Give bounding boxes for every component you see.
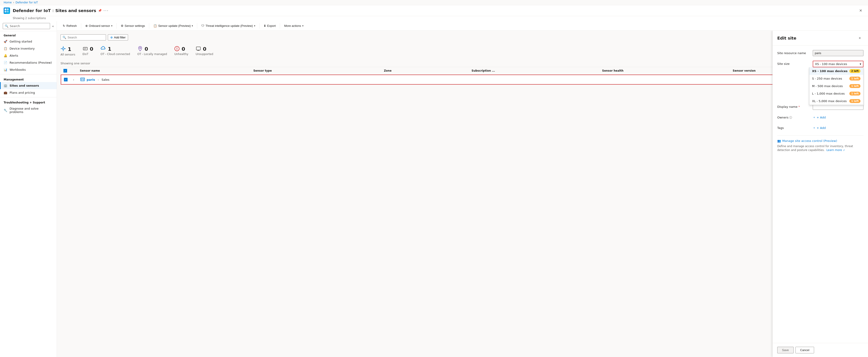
more-options-icon[interactable]: ··· (103, 8, 109, 13)
ot-local-label: OT - Locally managed (137, 53, 167, 56)
site-row-checkbox[interactable]: ✓ (64, 78, 67, 82)
stat-ot-local[interactable]: 0 OT - Locally managed (137, 46, 167, 56)
sidebar-item-sites-sensors[interactable]: 🏢 Sites and sensors (0, 82, 57, 89)
add-filter-icon: ⊕ (110, 36, 113, 39)
resource-name-input[interactable] (813, 50, 863, 56)
export-button[interactable]: ⬇ Export (261, 23, 278, 29)
sidebar-item-diagnose[interactable]: 🔧 Diagnose and solve problems (0, 105, 57, 116)
add-owner-button[interactable]: ＋ + Add (813, 115, 863, 120)
collapse-icon[interactable]: « (52, 24, 54, 28)
svg-point-6 (140, 47, 141, 48)
sensor-update-button[interactable]: 📋 Sensor update (Preview) ▾ (151, 23, 195, 29)
col-sensor-name: Sensor name (80, 69, 252, 72)
resource-name-label: Site resource name (777, 50, 809, 55)
more-actions-button[interactable]: More actions ▾ (282, 23, 306, 29)
site-size-select[interactable]: XS - 100 max devices ▾ (813, 61, 863, 67)
site-name: paris (87, 78, 95, 82)
threat-icon: 🛡 (201, 24, 204, 28)
pin-icon[interactable]: 📌 (98, 9, 102, 12)
owners-info-icon[interactable]: ⓘ (789, 116, 792, 119)
sidebar-item-recommendations[interactable]: 📄 Recommendations (Preview) (0, 59, 57, 66)
unhealthy-label: Unhealthy (174, 53, 188, 56)
ot-cloud-count: 1 (108, 46, 111, 52)
svg-rect-0 (5, 8, 6, 10)
size-s-badge: 1 left (849, 77, 861, 80)
col-subscription: Subscription ... (471, 69, 600, 72)
size-option-xs[interactable]: XS - 100 max devices 2 left (809, 67, 863, 75)
sidebar-diagnose-label: Diagnose and solve problems (9, 107, 53, 114)
filter-bar: 🔍 ⊕ Add filter (61, 34, 864, 40)
size-xl-label: XL - 5,000 max devices (812, 99, 847, 103)
sidebar-item-getting-started[interactable]: 🚀 Getting started (0, 38, 57, 45)
all-sensors-icon (61, 46, 66, 53)
refresh-button[interactable]: ↻ Refresh (61, 23, 79, 29)
stat-unhealthy[interactable]: 0 Unhealthy (174, 46, 188, 56)
panel-header: Edit site ✕ (773, 31, 868, 45)
threat-intelligence-button[interactable]: 🛡 Threat intelligence update (Preview) ▾ (199, 23, 257, 29)
sidebar-item-device-inventory[interactable]: 📋 Device inventory (0, 45, 57, 52)
site-row[interactable]: ✓ › pari (61, 74, 864, 85)
support-section-label: Troubleshooting + Support (0, 98, 57, 105)
add-tag-button[interactable]: ＋ + Add (813, 125, 863, 131)
size-option-s[interactable]: S - 250 max devices 1 left (809, 75, 863, 82)
breadcrumb-section: Defender for IoT (16, 1, 38, 4)
close-button[interactable]: ✕ (857, 7, 864, 14)
svg-rect-5 (83, 47, 87, 50)
export-label: Export (267, 24, 276, 28)
panel-close-button[interactable]: ✕ (856, 34, 863, 42)
stat-unsupported[interactable]: 0 Unsupported (196, 46, 213, 56)
onboard-sensor-button[interactable]: ⊕ Onboard sensor ▾ (83, 23, 115, 29)
title-actions: 📌 ··· (98, 8, 109, 13)
settings-icon: ⚙ (121, 24, 124, 28)
breadcrumb-home[interactable]: Home (4, 1, 11, 4)
search-icon: 🔍 (5, 24, 8, 28)
manage-access-link[interactable]: 👥 Manage site access control (Preview) (777, 139, 863, 142)
stat-elot[interactable]: 0 EIoT (83, 46, 93, 56)
learn-more-link[interactable]: Learn more (826, 149, 842, 152)
size-m-label: M - 500 max devices (812, 84, 843, 88)
sidebar-item-workbooks[interactable]: 📊 Workbooks (0, 66, 57, 73)
all-sensors-label: All sensors (61, 53, 75, 56)
size-option-xl[interactable]: XL - 5,000 max devices 1 left (809, 97, 863, 105)
sidebar-workbooks-label: Workbooks (9, 68, 26, 71)
size-l-label: L - 1,000 max devices (812, 92, 844, 95)
unsupported-count: 0 (203, 46, 206, 52)
edit-site-panel: Edit site ✕ Site resource name (772, 31, 868, 357)
page-subtitle: Sites and sensors (55, 8, 96, 13)
ot-local-icon (137, 46, 143, 52)
size-option-l[interactable]: L - 1,000 max devices 1 left (809, 90, 863, 97)
svg-rect-1 (7, 8, 9, 10)
save-button[interactable]: Save (777, 347, 794, 353)
panel-body: Site resource name Site size XS (773, 45, 868, 343)
update-label: Sensor update (Preview) (158, 24, 191, 28)
size-option-m[interactable]: M - 500 max devices 1 left (809, 82, 863, 90)
add-owner-icon: ＋ (813, 115, 816, 119)
sidebar-search-input[interactable]: 🔍 Search (3, 23, 50, 29)
more-actions-caret-icon: ▾ (302, 25, 304, 27)
sidebar-item-alerts[interactable]: 🔔 Alerts (0, 52, 57, 59)
add-owner-label: + Add (816, 116, 826, 119)
tags-label: Tags (777, 125, 809, 130)
unsupported-label: Unsupported (196, 53, 213, 56)
filter-search[interactable]: 🔍 (61, 34, 106, 40)
expand-icon[interactable]: › (73, 78, 79, 82)
sidebar-plans-pricing-label: Plans and pricing (9, 91, 35, 94)
recommendations-icon: 📄 (4, 61, 7, 64)
stat-ot-cloud[interactable]: 1 OT - Cloud connected (100, 46, 130, 56)
sidebar-item-plans-pricing[interactable]: 💼 Plans and pricing (0, 89, 57, 96)
manage-access-label: Manage site access control (Preview) (782, 139, 837, 142)
owners-label: Owners ⓘ (777, 115, 809, 120)
size-xs-label: XS - 100 max devices (812, 69, 847, 73)
elot-count: 0 (90, 46, 93, 52)
sidebar-recommendations-label: Recommendations (Preview) (9, 61, 52, 64)
manage-access-section: 👥 Manage site access control (Preview) D… (777, 135, 863, 152)
sensor-settings-button[interactable]: ⚙ Sensor settings (119, 23, 147, 29)
filter-search-input[interactable] (67, 36, 104, 39)
cancel-button[interactable]: Cancel (796, 347, 814, 353)
select-all-checkbox[interactable]: ✓ (63, 69, 67, 72)
stat-all-sensors[interactable]: 1 All sensors (61, 46, 75, 56)
add-filter-button[interactable]: ⊕ Add filter (108, 34, 128, 40)
size-m-badge: 1 left (849, 84, 861, 88)
sensor-table: ✓ Sensor name Sensor type Zone Subscript… (61, 67, 864, 85)
svg-rect-3 (7, 11, 9, 12)
